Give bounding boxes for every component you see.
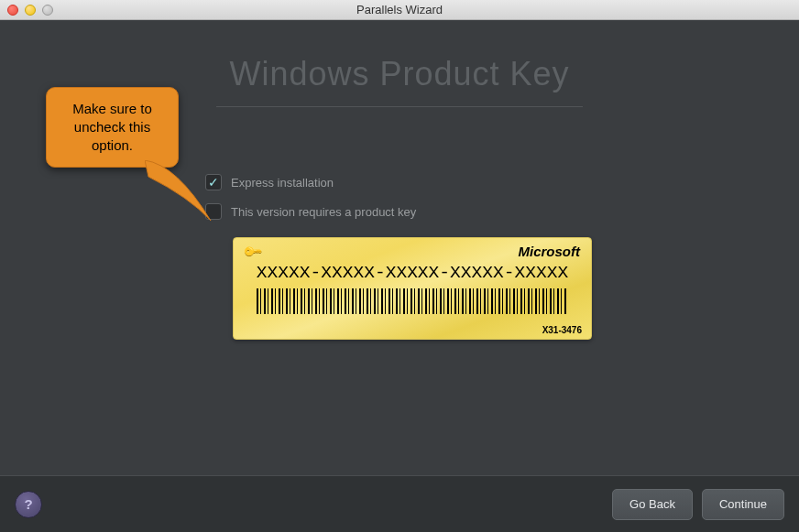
help-icon: ? [24,496,32,512]
requires-key-row[interactable]: This version requires a product key [205,201,799,223]
wizard-footer: ? Go Back Continue [0,475,799,532]
continue-button[interactable]: Continue [702,489,784,520]
express-install-label: Express installation [231,176,334,190]
callout-text: Make sure to uncheck this option. [54,100,170,156]
express-install-row[interactable]: ✓ Express installation [205,171,799,193]
barcode-icon [257,288,568,314]
serial-number: X31-3476 [542,325,582,335]
go-back-label: Go Back [629,497,675,511]
window-title: Parallels Wizard [0,3,799,16]
microsoft-logo: Microsoft [519,244,581,259]
titlebar: Parallels Wizard [0,0,799,20]
product-key-value: XXXXX-XXXXX-XXXXX-XXXXX-XXXXX [240,263,586,283]
callout-annotation: Make sure to uncheck this option. [46,87,179,168]
go-back-button[interactable]: Go Back [612,489,693,520]
key-icon: 🔑 [242,240,263,261]
requires-key-label: This version requires a product key [231,205,416,219]
continue-label: Continue [719,497,767,511]
help-button[interactable]: ? [15,491,42,518]
card-header: 🔑 Microsoft [245,244,580,259]
title-divider [216,106,583,107]
product-key-card: 🔑 Microsoft XXXXX-XXXXX-XXXXX-XXXXX-XXXX… [233,237,592,340]
